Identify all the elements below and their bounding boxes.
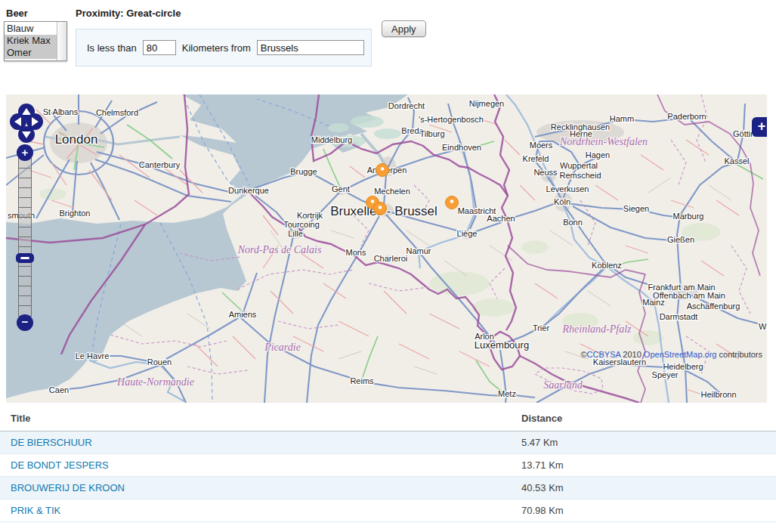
attribution-year: 2010 [620, 350, 644, 359]
beer-select-options: BlauwKriek MaxOmer [5, 23, 57, 59]
column-header-distance: Distance [511, 407, 776, 431]
license-link[interactable]: CCBYSA [587, 350, 621, 359]
map-place-label: Darmstadt [660, 312, 698, 321]
map-place-label: Haute-Normandie [116, 376, 194, 388]
zoom-tick [19, 296, 31, 306]
table-row: DE BONDT JESPERS13.71 Km [0, 454, 776, 477]
pan-down-icon [22, 131, 31, 138]
zoom-tick [19, 267, 31, 277]
map-place-label: Gießen [667, 235, 694, 244]
map-place-label: Remscheid [559, 171, 601, 180]
result-distance: 5.47 Km [511, 431, 776, 454]
map-marker-dot [450, 200, 454, 203]
map-place-label: Dordrecht [388, 101, 425, 110]
map-place-label: Aschaffenburg [687, 302, 740, 311]
zoom-tick [19, 198, 31, 208]
apply-button[interactable]: Apply [382, 20, 426, 37]
map-place-label: Tourcoing [283, 220, 320, 229]
map-place-label: Würzb [759, 322, 767, 331]
beer-facet-label: Beer [6, 8, 28, 19]
map-place-label: Mons [346, 248, 366, 257]
map-place-label: Luxembourg [475, 339, 529, 351]
map-place-label: Kortrijk [297, 211, 323, 220]
zoom-tick [19, 208, 31, 218]
map-place-label: Le Havre [76, 351, 110, 360]
map-place-label: Mainz [642, 298, 664, 307]
proximity-box: Is less than Kilometers from [76, 29, 372, 66]
result-title-link[interactable]: DE BONDT JESPERS [11, 459, 109, 471]
map-place-label: Koblenz [592, 261, 622, 270]
zoom-slider-handle[interactable] [16, 253, 34, 263]
result-title-link[interactable]: PRIK & TIK [11, 505, 60, 516]
zoom-slider-track[interactable] [18, 158, 32, 317]
table-header-row: Title Distance [0, 407, 776, 431]
map-place-label: Eindhoven [442, 143, 481, 152]
result-distance: 13.71 Km [511, 454, 776, 477]
result-distance: 70.98 Km [511, 500, 776, 522]
map-place-label: Mechelen [374, 187, 410, 196]
map-place-label: Dunkerque [228, 186, 269, 195]
map-place-label: Picardie [264, 342, 301, 353]
map-place-label: Nijmegen [469, 99, 504, 108]
map-place-label: Saarland [543, 379, 583, 391]
zoom-tick [19, 286, 31, 296]
table-row: BROUWERIJ DE KROON40.53 Km [0, 477, 776, 500]
map-place-label: Amiens [229, 310, 257, 319]
map-place-label: Liège [457, 229, 478, 238]
map-place-label: Speyer [652, 370, 679, 379]
zoom-tick [19, 237, 31, 247]
map-place-label: Hamm [610, 114, 634, 123]
map-canvas[interactable]: St AlbansChelmsfordLondonCanterburyBrigh… [6, 94, 767, 403]
column-header-title: Title [0, 407, 511, 431]
map-place-label: London [55, 132, 98, 147]
location-input[interactable] [257, 40, 364, 55]
result-distance: 40.53 Km [511, 477, 776, 500]
map-attribution: ©CCBYSA 2010 OpenStreetMap.org contribut… [581, 350, 763, 359]
zoom-tick [19, 218, 31, 227]
beer-select-scrollbar[interactable] [57, 22, 66, 60]
map-place-label: Charleroi [374, 254, 408, 263]
zoom-tick [19, 277, 31, 286]
map-place-label: Krefeld [523, 154, 549, 163]
osm-link[interactable]: OpenStreetMap.org [644, 350, 717, 359]
zoom-tick [19, 188, 31, 198]
map-place-label: Reims [350, 376, 374, 385]
beer-select[interactable]: BlauwKriek MaxOmer [4, 21, 67, 61]
map-place-label: Caen [49, 385, 69, 394]
zoom-out-button[interactable]: − [17, 314, 33, 331]
proximity-facet: Proximity: Great-circle Is less than Kil… [76, 8, 181, 19]
map-place-label: Neuss [533, 168, 558, 177]
map-place-label: Brighton [60, 209, 91, 218]
pan-up-icon [22, 108, 31, 115]
map-place-label: Rouen [147, 357, 172, 367]
beer-option-blauw[interactable]: Blauw [5, 23, 57, 35]
proximity-prefix-text: Is less than [87, 42, 137, 54]
map-place-label: Rheinland-Pfalz [562, 323, 632, 335]
map-place-label: St Albans [43, 107, 79, 116]
result-title-link[interactable]: BROUWERIJ DE KROON [11, 482, 125, 493]
map-place-label: Nord-Pas de Calais [237, 244, 322, 255]
pan-left-icon [14, 117, 21, 126]
map-place-label: Canterbury [139, 160, 181, 169]
layer-switcher-button[interactable]: + [752, 117, 767, 137]
map-place-label: Leverkusen [546, 184, 589, 193]
map-place-label: 's-Hertogenbosch [419, 115, 484, 124]
table-row: PRIK & TIK70.98 Km [0, 500, 776, 522]
map-marker-dot [371, 200, 375, 203]
pan-right-icon [32, 117, 39, 126]
map-place-label: Gent [332, 184, 350, 193]
map-place-label: Paderborn [667, 112, 706, 121]
pan-down-button[interactable] [18, 126, 35, 143]
map-place-label: Namur [406, 246, 431, 255]
map-marker-dot [379, 206, 382, 209]
map-place-label: Aachen [487, 214, 515, 223]
result-title-link[interactable]: DE BIERSCHUUR [11, 437, 92, 448]
beer-option-kriek-max[interactable]: Kriek Max [5, 35, 57, 47]
results-tbody: DE BIERSCHUUR5.47 KmDE BONDT JESPERS13.7… [0, 431, 776, 522]
map-place-label: Chelmsford [96, 108, 138, 117]
distance-input[interactable] [143, 40, 176, 55]
zoom-in-button[interactable]: + [17, 144, 33, 161]
map-place-label: Marburg [673, 212, 704, 221]
beer-option-omer[interactable]: Omer [5, 47, 57, 59]
map-place-label: Wuppertal [560, 161, 598, 170]
